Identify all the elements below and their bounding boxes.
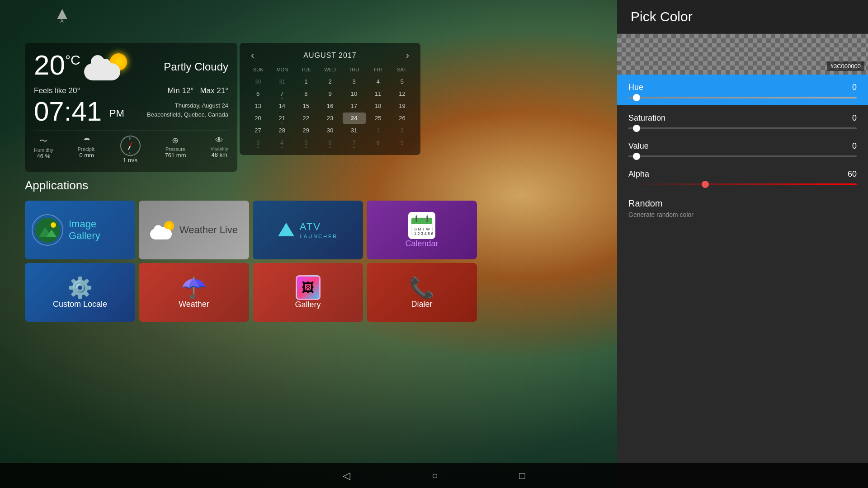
- cal-day[interactable]: 19: [391, 100, 414, 112]
- min-max-text: Min 12° Max 21°: [167, 86, 228, 95]
- calendar-prev-button[interactable]: ‹: [246, 50, 259, 61]
- svg-rect-6: [411, 222, 432, 224]
- value-value: 0: [852, 141, 857, 151]
- cal-day[interactable]: 6: [318, 137, 341, 148]
- random-subtitle: Generate random color: [628, 211, 857, 218]
- dialer-icon: 📞: [409, 276, 434, 300]
- cal-day[interactable]: 23: [318, 113, 341, 124]
- alpha-slider-track[interactable]: [628, 183, 857, 185]
- cal-day[interactable]: 1: [367, 125, 390, 136]
- app-tile-image-gallery[interactable]: Image Gallery: [25, 201, 135, 259]
- cal-day[interactable]: 8: [367, 137, 390, 148]
- home-button[interactable]: ○: [432, 470, 438, 482]
- calendar-widget: ‹ AUGUST 2017 › SUNMONTUEWEDTHUFRISAT 30…: [240, 43, 420, 155]
- back-button[interactable]: ◁: [343, 470, 350, 482]
- humidity-icon: 〜: [39, 136, 47, 146]
- cal-day[interactable]: 18: [367, 100, 390, 112]
- cal-day[interactable]: 14: [270, 100, 293, 112]
- cal-day-today[interactable]: 24: [343, 113, 366, 124]
- cal-day[interactable]: 25: [367, 113, 390, 124]
- cal-day[interactable]: 2: [318, 76, 341, 87]
- weather-feels-row: Feels like 20° Min 12° Max 21°: [34, 86, 228, 95]
- panel-title: Pick Color: [631, 9, 854, 24]
- alpha-slider-thumb[interactable]: [702, 181, 709, 188]
- alpha-row: Alpha 60: [628, 161, 857, 189]
- cal-day[interactable]: 31: [270, 76, 293, 87]
- applications-section: Applications Image: [25, 178, 477, 322]
- cal-day[interactable]: 3: [343, 76, 366, 87]
- hue-value: 0: [852, 83, 857, 92]
- cal-day[interactable]: 4: [367, 76, 390, 87]
- cal-day[interactable]: 29: [294, 125, 317, 136]
- color-preview: #3C000000: [617, 34, 868, 75]
- dialer-name: Dialer: [411, 300, 432, 309]
- cal-day[interactable]: 7: [270, 88, 293, 99]
- cal-day[interactable]: 9: [318, 88, 341, 99]
- cal-day[interactable]: 27: [246, 125, 269, 136]
- saturation-slider-thumb[interactable]: [633, 125, 640, 132]
- weather-description: Partly Cloudy: [164, 61, 228, 73]
- weather-live-icon: [150, 220, 175, 240]
- app-tile-custom-locale[interactable]: ⚙️ Custom Locale: [25, 263, 135, 322]
- cal-day[interactable]: 30: [246, 76, 269, 87]
- svg-text:1 2 3 4 5 6: 1 2 3 4 5 6: [414, 231, 433, 236]
- hue-slider-track[interactable]: [628, 97, 857, 99]
- cal-day[interactable]: 6: [246, 88, 269, 99]
- app-tile-weather[interactable]: ☂️ Weather: [139, 263, 249, 322]
- saturation-row: Saturation 0: [628, 105, 857, 133]
- value-slider-track[interactable]: [628, 155, 857, 157]
- image-gallery-icon-area: [32, 214, 63, 246]
- cal-day[interactable]: 31: [343, 125, 366, 136]
- cal-day[interactable]: 15: [294, 100, 317, 112]
- cal-day[interactable]: 7: [343, 137, 366, 148]
- cal-day[interactable]: 3: [246, 137, 269, 148]
- humidity-stat: 〜 Humidity 46 %: [34, 136, 53, 164]
- cal-day[interactable]: 20: [246, 113, 269, 124]
- cal-day[interactable]: 28: [270, 125, 293, 136]
- cal-day[interactable]: 1: [294, 76, 317, 87]
- cal-day[interactable]: 13: [246, 100, 269, 112]
- random-section[interactable]: Random Generate random color: [617, 189, 868, 227]
- calendar-next-button[interactable]: ›: [401, 50, 414, 61]
- visibility-stat: 👁 Visibility 48 km: [210, 136, 228, 164]
- cal-day[interactable]: 4: [270, 137, 293, 148]
- cal-day[interactable]: 2: [391, 125, 414, 136]
- cal-day[interactable]: 21: [270, 113, 293, 124]
- feels-like-text: Feels like 20°: [34, 86, 80, 95]
- saturation-value: 0: [852, 113, 857, 123]
- cal-day[interactable]: 5: [391, 76, 414, 87]
- hue-row: Hue 0: [617, 75, 868, 105]
- app-tile-dialer[interactable]: 📞 Dialer: [367, 263, 477, 322]
- cal-day[interactable]: 9: [391, 137, 414, 148]
- app-tile-gallery[interactable]: 🖼 Gallery: [253, 263, 363, 322]
- cal-day[interactable]: 30: [318, 125, 341, 136]
- cal-day[interactable]: 11: [367, 88, 390, 99]
- app-tile-weather-live[interactable]: Weather Live: [139, 201, 249, 259]
- cal-day[interactable]: 17: [343, 100, 366, 112]
- sliders-section: Hue 0 Saturation 0 Value 0: [617, 75, 868, 189]
- pressure-stat: ⊕ Pressure 761 mm: [165, 136, 186, 164]
- recents-button[interactable]: □: [519, 470, 525, 482]
- svg-text:S M T W T F S: S M T W T F S: [414, 227, 433, 231]
- cal-day[interactable]: 16: [318, 100, 341, 112]
- cal-day[interactable]: 12: [391, 88, 414, 99]
- applications-title: Applications: [25, 178, 477, 192]
- cal-day[interactable]: 8: [294, 88, 317, 99]
- custom-locale-name: Custom Locale: [53, 300, 107, 309]
- app-tile-calendar[interactable]: S M T W T F S 1 2 3 4 5 6 Calendar: [367, 201, 477, 259]
- hue-slider-thumb[interactable]: [633, 94, 640, 101]
- cal-day[interactable]: 26: [391, 113, 414, 124]
- app-grid: Image Gallery Weather Live: [25, 201, 477, 322]
- temperature-display: 20°C: [34, 51, 80, 79]
- svg-point-0: [35, 218, 60, 243]
- precip-icon: ☂: [83, 136, 90, 145]
- cal-day[interactable]: 10: [343, 88, 366, 99]
- cal-day[interactable]: 5: [294, 137, 317, 148]
- cal-day[interactable]: 22: [294, 113, 317, 124]
- value-slider-thumb[interactable]: [633, 153, 640, 160]
- saturation-slider-track[interactable]: [628, 127, 857, 129]
- calendar-title: AUGUST 2017: [303, 52, 356, 60]
- app-tile-atv[interactable]: ATV LAUNCHER: [253, 201, 363, 259]
- image-gallery-icon: [32, 214, 63, 246]
- value-label: Value: [628, 141, 649, 151]
